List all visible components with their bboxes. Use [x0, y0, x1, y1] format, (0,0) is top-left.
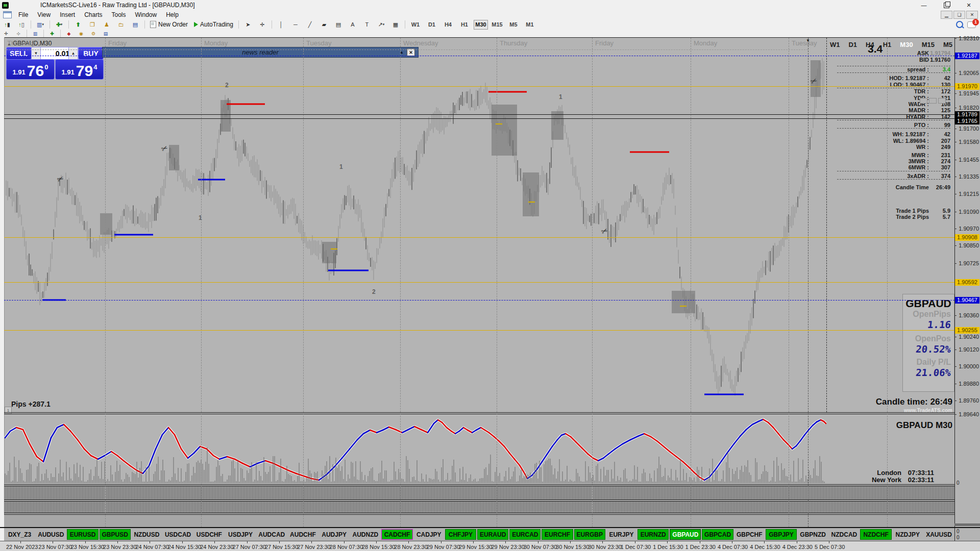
symbol-tab-dxy_z3[interactable]: DXY_Z3 — [5, 530, 35, 539]
chart-shift-icon[interactable]: ▥ — [30, 30, 41, 37]
symbol-tab-audjpy[interactable]: AUDJPY — [319, 530, 349, 539]
timeframe-button-m5[interactable]: M5 — [506, 20, 521, 30]
symbol-tab-chfjpy[interactable]: CHFJPY — [445, 529, 476, 540]
close-button[interactable]: ✕ — [958, 0, 980, 10]
symbol-tab-audusd[interactable]: AUDUSD — [36, 530, 66, 539]
trendline-icon[interactable]: ╱ — [303, 19, 316, 30]
data-window-icon[interactable]: ❐ — [86, 19, 99, 30]
symbol-tab-gbpusd[interactable]: GBPUSD — [100, 529, 131, 540]
add-indicator-icon[interactable]: ✚ — [46, 30, 58, 37]
timeframe-button-w1[interactable]: W1 — [408, 20, 423, 30]
cursor-icon[interactable]: ➤ — [241, 19, 255, 30]
price-line[interactable] — [4, 118, 954, 119]
buy-price-display[interactable]: 1.91794 — [55, 59, 104, 80]
mdi-minimize-button[interactable]: ▁ — [941, 11, 952, 19]
vertical-line-icon[interactable]: │ — [275, 19, 288, 30]
navigator-icon[interactable]: ⬆ — [71, 19, 85, 30]
symbol-tab-gbpcad[interactable]: GBPCAD — [702, 529, 733, 540]
timeframe-button-m15[interactable]: M15 — [490, 20, 504, 30]
price-line[interactable] — [4, 300, 954, 300]
market-watch-icon[interactable]: ▤ — [129, 19, 142, 30]
mdi-restore-button[interactable]: ❏ — [953, 11, 965, 19]
coins-icon[interactable]: ◉ — [76, 30, 87, 37]
autotrading-button[interactable]: AutoTrading — [194, 21, 233, 28]
symbol-tab-eurjpy[interactable]: EURJPY — [606, 530, 636, 539]
mdi-close-button[interactable]: ✕ — [966, 11, 978, 19]
tile-cascade-icon[interactable]: ↑▯ — [15, 19, 28, 30]
timeframe-button-h1[interactable]: H1 — [457, 20, 472, 30]
symbol-tab-audnzd[interactable]: AUDNZD — [350, 530, 380, 539]
symbol-tab-usdcad[interactable]: USDCAD — [163, 530, 193, 539]
crosshair-icon[interactable]: ✛ — [256, 19, 269, 30]
accounts-icon[interactable]: ♟ — [100, 19, 113, 30]
label-icon[interactable]: T — [360, 19, 374, 30]
menu-insert[interactable]: Insert — [55, 11, 80, 19]
tile-vertical-icon[interactable]: ↑▮ — [1, 19, 14, 30]
indicators-icon[interactable]: ▦ — [389, 19, 402, 30]
restore-button[interactable] — [935, 0, 958, 10]
symbol-tab-eurgbp[interactable]: EURGBP — [574, 529, 605, 540]
symbol-tab-eurnzd[interactable]: EURNZD — [638, 529, 669, 540]
symbol-tab-audchf[interactable]: AUDCHF — [288, 530, 318, 539]
price-line[interactable] — [4, 330, 954, 331]
buy-button[interactable]: BUY — [78, 47, 104, 60]
price-line[interactable] — [4, 86, 954, 87]
lot-decrease-button[interactable]: ▼ — [31, 47, 41, 60]
search-icon[interactable] — [956, 21, 963, 28]
symbol-tab-audcad[interactable]: AUDCAD — [257, 530, 287, 539]
symbol-tab-gbpjpy[interactable]: GBPJPY — [766, 529, 797, 540]
arrow-icon[interactable]: ↗▾ — [375, 19, 388, 30]
mini-timeframe-m30[interactable]: M30 — [900, 41, 913, 48]
timeframe-button-m1[interactable]: M1 — [523, 20, 537, 30]
symbol-tab-cadchf[interactable]: CADCHF — [381, 529, 412, 540]
crosshair3-icon[interactable]: ⊹ — [13, 30, 24, 37]
sell-price-display[interactable]: 1.91760 — [6, 59, 55, 80]
symbol-tab-eurchf[interactable]: EURCHF — [542, 529, 573, 540]
new-order-button[interactable]: New Order — [150, 21, 188, 28]
menu-tools[interactable]: Tools — [107, 11, 131, 19]
templates-icon[interactable]: ▤ — [100, 30, 111, 37]
scissors-icon[interactable]: ✂ — [809, 76, 819, 87]
scissors-icon[interactable]: ✂ — [56, 173, 65, 185]
price-line[interactable] — [4, 49, 808, 50]
sell-button[interactable]: SELL — [6, 47, 32, 60]
timeframe-button-m30[interactable]: M30 — [474, 20, 488, 30]
channel-icon[interactable]: ▰ — [317, 19, 331, 30]
mini-timeframe-m5[interactable]: M5 — [943, 41, 952, 48]
minimize-button[interactable]: — — [913, 0, 935, 10]
mini-timeframe-w1[interactable]: W1 — [830, 41, 840, 48]
menu-window[interactable]: Window — [131, 11, 162, 19]
fibonacci-icon[interactable]: ▤ — [332, 19, 345, 30]
crosshair2-icon[interactable]: ✛ — [1, 30, 12, 37]
symbol-tab-gbpnzd[interactable]: GBPNZD — [798, 530, 828, 539]
symbol-tab-nzdchf[interactable]: NZDCHF — [860, 529, 891, 540]
menu-view[interactable]: View — [33, 11, 55, 19]
symbol-tab-eurcad[interactable]: EURCAD — [509, 529, 541, 540]
new-chart-icon[interactable]: ✚▾ — [53, 19, 66, 30]
symbol-tab-gbpchf[interactable]: GBPCHF — [734, 530, 765, 539]
symbol-tab-cadjpy[interactable]: CADJPY — [414, 530, 444, 539]
price-line[interactable] — [4, 237, 954, 238]
symbol-tab-gbpaud[interactable]: GBPAUD — [670, 529, 701, 540]
mini-timeframe-h4[interactable]: H4 — [866, 41, 874, 48]
mini-timeframe-d1[interactable]: D1 — [848, 41, 857, 48]
symbol-tab-euraud[interactable]: EURAUD — [477, 529, 508, 540]
chart-type-icon[interactable]: ▥▾ — [34, 19, 47, 30]
mini-timeframe-m15[interactable]: M15 — [922, 41, 935, 48]
symbol-tab-nzdcad[interactable]: NZDCAD — [829, 530, 859, 539]
history-icon[interactable]: 🗀 — [114, 19, 128, 30]
lot-increase-button[interactable]: ▲ — [68, 47, 78, 60]
panel-separator-1[interactable] — [4, 412, 954, 414]
price-line[interactable] — [4, 56, 954, 56]
symbol-tab-eurusd[interactable]: EURUSD — [67, 529, 98, 540]
menu-charts[interactable]: Charts — [80, 11, 107, 19]
price-line[interactable] — [4, 114, 954, 115]
objects-icon[interactable]: ◆ — [63, 30, 75, 37]
timeframe-button-d1[interactable]: D1 — [425, 20, 439, 30]
price-line[interactable] — [4, 282, 954, 283]
symbol-tab-usdjpy[interactable]: USDJPY — [225, 530, 255, 539]
text-icon[interactable]: A — [346, 19, 359, 30]
community-bubble-icon[interactable]: 1 — [967, 21, 976, 28]
symbol-tab-usdchf[interactable]: USDCHF — [194, 530, 224, 539]
menu-file[interactable]: File — [14, 11, 33, 19]
